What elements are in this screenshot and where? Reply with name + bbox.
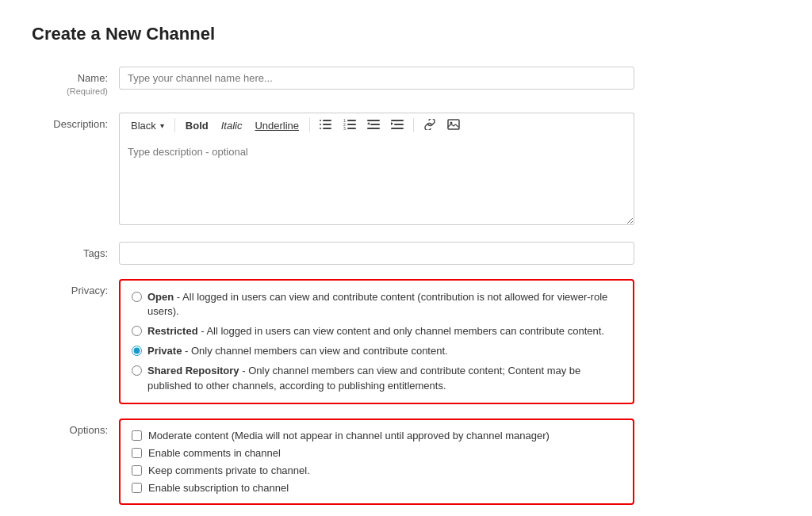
- description-row: Description: Black ▾ Bold Italic Underli…: [32, 113, 780, 227]
- checkbox-label-3[interactable]: Enable subscription to channel: [148, 482, 289, 494]
- svg-marker-15: [367, 122, 370, 125]
- underline-button[interactable]: Underline: [250, 118, 304, 133]
- svg-marker-19: [391, 122, 393, 125]
- svg-rect-4: [320, 124, 321, 125]
- privacy-options-box: Open - All logged in users can view and …: [119, 279, 634, 404]
- svg-rect-0: [323, 120, 331, 121]
- svg-rect-3: [320, 120, 321, 121]
- tags-label: Tags:: [32, 242, 119, 261]
- checkbox-chk-moderate[interactable]: [132, 430, 142, 441]
- privacy-label: Privacy:: [32, 279, 119, 298]
- toolbar-divider-2: [309, 118, 310, 132]
- privacy-radio-open[interactable]: [132, 292, 142, 302]
- indent-decrease-icon[interactable]: [363, 117, 384, 134]
- channel-name-input[interactable]: [119, 67, 634, 90]
- svg-rect-8: [347, 128, 356, 129]
- page-title: Create a New Channel: [32, 24, 780, 44]
- privacy-label-restricted[interactable]: Restricted - All logged in users can vie…: [147, 324, 604, 338]
- privacy-radio-shared[interactable]: [132, 365, 142, 376]
- name-row: Name: (Required): [32, 67, 780, 98]
- svg-rect-5: [320, 128, 321, 129]
- privacy-label-shared[interactable]: Shared Repository - Only channel members…: [147, 364, 622, 392]
- privacy-option-shared: Shared Repository - Only channel members…: [132, 364, 622, 392]
- privacy-row: Privacy: Open - All logged in users can …: [32, 279, 780, 404]
- svg-rect-1: [323, 124, 331, 125]
- tags-row: Tags:: [32, 242, 780, 265]
- options-box: Moderate content (Media will not appear …: [119, 419, 634, 505]
- checkbox-chk-subscription[interactable]: [132, 483, 142, 493]
- svg-rect-14: [367, 128, 380, 129]
- description-toolbar: Black ▾ Bold Italic Underline: [119, 113, 634, 138]
- privacy-label-open[interactable]: Open - All logged in users can view and …: [147, 290, 622, 319]
- options-label: Options:: [32, 419, 119, 438]
- privacy-options-container: Open - All logged in users can view and …: [119, 279, 634, 404]
- name-field-container: [119, 67, 634, 90]
- svg-rect-12: [367, 120, 380, 121]
- svg-rect-20: [448, 120, 459, 129]
- privacy-option-open: Open - All logged in users can view and …: [132, 290, 622, 319]
- name-label: Name: (Required): [32, 67, 119, 98]
- tags-field-container: [119, 242, 634, 265]
- privacy-option-private: Private - Only channel members can view …: [132, 344, 622, 358]
- privacy-option-restricted: Restricted - All logged in users can vie…: [132, 324, 622, 338]
- bold-button[interactable]: Bold: [181, 118, 213, 133]
- privacy-radio-restricted[interactable]: [132, 326, 142, 336]
- checkbox-option-1: Enable comments in channel: [132, 447, 622, 459]
- italic-button[interactable]: Italic: [216, 118, 247, 133]
- svg-rect-6: [347, 120, 356, 121]
- options-row: Options: Moderate content (Media will no…: [32, 419, 780, 505]
- checkbox-label-1[interactable]: Enable comments in channel: [148, 447, 281, 459]
- svg-rect-7: [347, 124, 356, 125]
- privacy-radio-private[interactable]: [132, 346, 142, 356]
- ordered-list-icon[interactable]: 1. 2. 3.: [339, 117, 360, 134]
- checkbox-label-0[interactable]: Moderate content (Media will not appear …: [148, 430, 550, 441]
- svg-rect-17: [394, 124, 404, 125]
- chevron-down-icon: ▾: [160, 121, 164, 130]
- svg-rect-18: [391, 128, 404, 129]
- toolbar-divider-1: [174, 118, 175, 132]
- checkbox-option-2: Keep comments private to channel.: [132, 464, 622, 476]
- checkbox-chk-private-comments[interactable]: [132, 465, 142, 476]
- description-field-container: Black ▾ Bold Italic Underline: [119, 113, 634, 227]
- checkbox-option-3: Enable subscription to channel: [132, 482, 622, 494]
- svg-rect-16: [391, 120, 404, 121]
- link-icon[interactable]: [419, 117, 440, 134]
- color-label: Black: [131, 120, 156, 132]
- description-label: Description:: [32, 113, 119, 132]
- checkbox-chk-comments[interactable]: [132, 448, 142, 458]
- indent-increase-icon[interactable]: [387, 117, 408, 134]
- checkbox-label-2[interactable]: Keep comments private to channel.: [148, 464, 310, 476]
- description-textarea[interactable]: [119, 138, 634, 225]
- toolbar-divider-3: [413, 118, 414, 132]
- tags-input[interactable]: [119, 242, 634, 265]
- svg-rect-13: [370, 124, 380, 125]
- options-container: Moderate content (Media will not appear …: [119, 419, 634, 505]
- unordered-list-icon[interactable]: [316, 117, 336, 134]
- color-picker-button[interactable]: Black ▾: [126, 118, 169, 133]
- image-icon[interactable]: [443, 117, 464, 134]
- svg-text:3.: 3.: [343, 126, 347, 130]
- privacy-label-private[interactable]: Private - Only channel members can view …: [147, 344, 448, 358]
- svg-rect-2: [323, 128, 331, 129]
- checkbox-option-0: Moderate content (Media will not appear …: [132, 430, 622, 441]
